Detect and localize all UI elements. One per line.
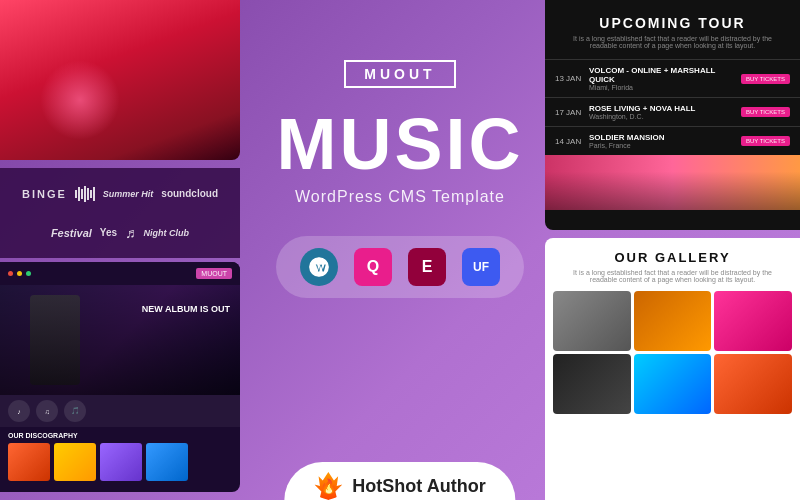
hotshot-label: HotShot Author: [352, 476, 485, 497]
hotshot-flame-icon: 🔥: [314, 472, 342, 500]
preview-discography: OUR DISCOGRAPHY: [0, 427, 240, 486]
theme-badge: MUOUT: [344, 60, 455, 88]
tour-venue-2: ROSE LIVING + NOVA HALL: [589, 104, 735, 113]
gallery-title: OUR GALLERY: [545, 238, 800, 269]
tour-info-1: VOLCOM - ONLINE + MARSHALL QUICK Miami, …: [589, 66, 735, 91]
disc-item-2: [54, 443, 96, 481]
tour-city-3: Paris, France: [589, 142, 735, 149]
preview-hero-section: NEW ALBUM IS OUT: [0, 285, 240, 395]
buy-tickets-3[interactable]: BUY TICKETS: [741, 136, 790, 146]
gallery-grid: [545, 291, 800, 422]
tour-venue-1: VOLCOM - ONLINE + MARSHALL QUICK: [589, 66, 735, 84]
preview-icon-2: ♫: [36, 400, 58, 422]
preview-nav-button[interactable]: MUOUT: [196, 268, 232, 279]
disc-item-4: [146, 443, 188, 481]
tour-row-2: 17 JAN ROSE LIVING + NOVA HALL Washingto…: [545, 97, 800, 126]
gallery-item-5: [634, 354, 712, 414]
disc-item-1: [8, 443, 50, 481]
tour-date-3: 14 JAN: [555, 137, 583, 146]
logo-nightclub: Night Club: [144, 228, 190, 238]
preview-icon-1: ♪: [8, 400, 30, 422]
elementor-icon: E: [408, 248, 446, 286]
tour-image: [545, 155, 800, 210]
discography-title: OUR DISCOGRAPHY: [8, 432, 232, 439]
main-title: MUSIC: [277, 108, 524, 180]
website-preview: MUOUT NEW ALBUM IS OUT ♪ ♫ 🎵 OUR DISCOGR…: [0, 262, 240, 492]
logo-soundwave: [75, 186, 95, 202]
logo-yes: Yes: [100, 227, 117, 238]
tour-date-1: 13 JAN: [555, 74, 583, 83]
tour-title: UPCOMING TOUR: [545, 0, 800, 35]
logo-music-note: ♬: [125, 225, 136, 241]
browser-dot-close: [8, 271, 13, 276]
logo-summer: Summer Hit: [103, 189, 154, 199]
logo-binge: BINGE: [22, 188, 67, 200]
gallery-subtitle: It is a long established fact that a rea…: [545, 269, 800, 283]
center-content: MUOUT MUSIC WordPress CMS Template W Q E…: [260, 60, 540, 318]
quix-icon: Q: [354, 248, 392, 286]
tour-info-3: SOLDIER MANSION Paris, France: [589, 133, 735, 149]
browser-dot-expand: [26, 271, 31, 276]
logo-soundcloud: soundcloud: [161, 188, 218, 199]
preview-feature-icons: ♪ ♫ 🎵: [0, 395, 240, 427]
tour-venue-3: SOLDIER MANSION: [589, 133, 735, 142]
tour-row-1: 13 JAN VOLCOM - ONLINE + MARSHALL QUICK …: [545, 59, 800, 97]
tour-image-overlay: [545, 155, 800, 210]
tour-row-3: 14 JAN SOLDIER MANSION Paris, France BUY…: [545, 126, 800, 155]
gallery-item-3: [714, 291, 792, 351]
discography-grid: [8, 443, 232, 481]
theme-type: WordPress CMS Template: [295, 188, 505, 206]
logo-strip: BINGE Summer Hit soundcloud Festival Yes…: [0, 168, 240, 258]
browser-dot-minimize: [17, 271, 22, 276]
hotshot-author-badge[interactable]: 🔥 HotShot Author: [284, 462, 515, 500]
tour-city-1: Miami, Florida: [589, 84, 735, 91]
buy-tickets-2[interactable]: BUY TICKETS: [741, 107, 790, 117]
preview-browser-bar: MUOUT: [0, 262, 240, 285]
tech-icons-bar: W Q E UF: [276, 236, 524, 298]
svg-text:W: W: [315, 263, 324, 273]
hero-image: [0, 0, 240, 160]
logo-festival: Festival: [51, 227, 92, 239]
uf-icon: UF: [462, 248, 500, 286]
preview-hero-text: NEW ALBUM IS OUT: [142, 305, 230, 315]
gallery-section: OUR GALLERY It is a long established fac…: [545, 238, 800, 500]
wordpress-icon: W: [300, 248, 338, 286]
gallery-item-4: [553, 354, 631, 414]
tour-date-2: 17 JAN: [555, 108, 583, 117]
disc-item-3: [100, 443, 142, 481]
upcoming-tour-section: UPCOMING TOUR It is a long established f…: [545, 0, 800, 230]
tour-subtitle: It is a long established fact that a rea…: [545, 35, 800, 49]
buy-tickets-1[interactable]: BUY TICKETS: [741, 74, 790, 84]
gallery-item-2: [634, 291, 712, 351]
gallery-item-6: [714, 354, 792, 414]
tour-city-2: Washington, D.C.: [589, 113, 735, 120]
preview-icon-3: 🎵: [64, 400, 86, 422]
gallery-item-1: [553, 291, 631, 351]
preview-guitarist: [30, 295, 80, 385]
tour-info-2: ROSE LIVING + NOVA HALL Washington, D.C.: [589, 104, 735, 120]
